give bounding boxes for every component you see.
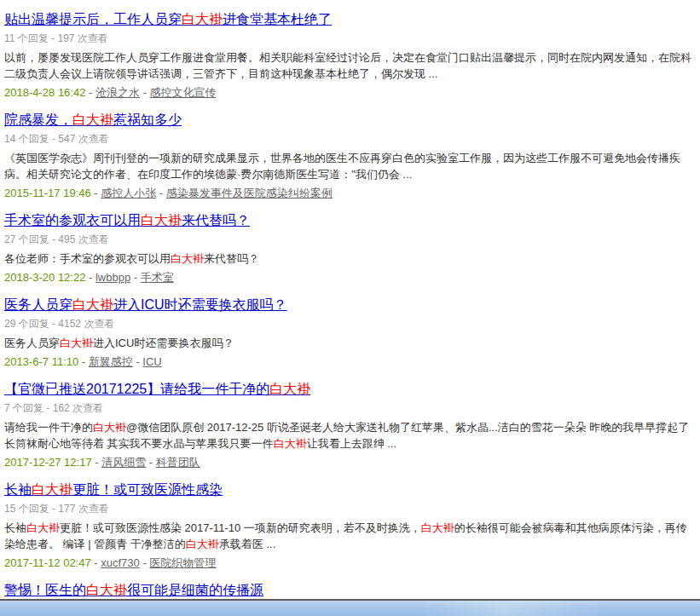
result-title-link[interactable]: 医务人员穿白大褂进入ICU时还需要换衣服吗？ (4, 297, 287, 312)
search-result: 长袖白大褂更脏！或可致医源性感染 15 个回复 - 177 次查看 长袖白大褂更… (4, 481, 693, 570)
snippet-keyword-highlight: 白大褂 (60, 337, 93, 349)
result-author-link[interactable]: 感控人小张 (101, 187, 156, 199)
search-result: 警惕！医生的白大褂很可能是细菌的传播源 (4, 581, 693, 599)
result-stats: 29 个回复 - 4152 次查看 (4, 318, 693, 331)
result-forum-link[interactable]: 手术室 (141, 271, 174, 284)
result-stats: 27 个回复 - 495 次查看 (4, 233, 693, 246)
result-title-link[interactable]: 贴出温馨提示后，工作人员穿白大褂进食堂基本杜绝了 (4, 12, 332, 26)
result-date: 2017-11-12 02:47 (4, 556, 91, 569)
separator: - (91, 556, 101, 569)
snippet-text: 承载着医 ... (219, 538, 275, 550)
title-text: 长袖 (4, 482, 32, 497)
result-stats: 15 个回复 - 177 次查看 (4, 503, 693, 515)
result-author-link[interactable]: 清风细雪 (101, 456, 146, 469)
snippet-text: 《英国医学杂志》周刊刊登的一项新的研究成果显示，世界各地的医生不应再穿白色的实验… (4, 152, 680, 181)
separator: - (91, 187, 101, 199)
result-date: 2018-4-28 16:42 (4, 86, 85, 99)
snippet-text: 进入ICU时还需要换衣服吗？ (93, 337, 234, 349)
title-keyword-highlight: 白大褂 (32, 482, 72, 497)
result-dateline: 2018-3-20 12:22 - lwbbpp - 手术室 (4, 270, 693, 285)
snippet-keyword-highlight: 白大褂 (421, 521, 454, 534)
result-title: 长袖白大褂更脏！或可致医源性感染 (4, 481, 693, 498)
title-text: 进入ICU时还需要换衣服吗？ (113, 297, 287, 312)
snippet-text: 各位老师：手术室的参观衣可以用 (4, 252, 171, 265)
result-forum-link[interactable]: ICU (142, 355, 161, 368)
title-keyword-highlight: 白大褂 (269, 382, 310, 396)
separator: - (78, 355, 89, 368)
result-author-link[interactable]: lwbbpp (95, 271, 130, 284)
title-text: 更脏！或可致医源性感染 (72, 482, 223, 497)
result-forum-link[interactable]: 感染暴发事件及医院感染纠纷案例 (166, 187, 333, 199)
title-text: 进食堂基本杜绝了 (223, 12, 332, 26)
result-dateline: 2018-4-28 16:42 - 沧浪之水 - 感控文化宣传 (4, 85, 693, 100)
search-result: 【官微已推送20171225】请给我一件干净的白大褂 7 个回复 - 162 次… (4, 380, 693, 469)
result-title: 警惕！医生的白大褂很可能是细菌的传播源 (4, 581, 693, 599)
result-snippet: 《英国医学杂志》周刊刊登的一项新的研究成果显示，世界各地的医生不应再穿白色的实验… (4, 150, 697, 182)
result-author-link[interactable]: 新翼感控 (89, 355, 133, 368)
separator: - (130, 271, 141, 284)
title-keyword-highlight: 白大褂 (141, 213, 182, 227)
search-results-page: 贴出温馨提示后，工作人员穿白大褂进食堂基本杜绝了 11 个回复 - 197 次查… (0, 0, 700, 616)
title-text: 医务人员穿 (4, 297, 72, 312)
result-forum-link[interactable]: 感控文化宣传 (150, 86, 217, 99)
result-date: 2013-6-7 11:10 (4, 355, 78, 368)
search-result: 贴出温馨提示后，工作人员穿白大褂进食堂基本杜绝了 11 个回复 - 197 次查… (4, 10, 693, 100)
result-snippet: 请给我一件干净的白大褂@微信团队原创 2017-12-25 听说圣诞老人给大家送… (4, 419, 697, 452)
title-text: 警惕！医生的 (4, 583, 86, 597)
result-title-link[interactable]: 警惕！医生的白大褂很可能是细菌的传播源 (4, 583, 263, 597)
result-title: 院感暴发，白大褂惹祸知多少 (4, 111, 693, 129)
snippet-text: 医务人员穿 (4, 337, 60, 349)
result-forum-link[interactable]: 医院织物管理 (149, 556, 216, 569)
search-result: 医务人员穿白大褂进入ICU时还需要换衣服吗？ 29 个回复 - 4152 次查看… (4, 296, 693, 369)
title-keyword-highlight: 白大褂 (72, 297, 113, 312)
search-result: 院感暴发，白大褂惹祸知多少 14 个回复 - 547 次查看 《英国医学杂志》周… (4, 111, 693, 200)
snippet-keyword-highlight: 白大褂 (93, 421, 126, 434)
separator: - (140, 86, 150, 99)
result-title: 医务人员穿白大褂进入ICU时还需要换衣服吗？ (4, 296, 693, 314)
result-author-link[interactable]: xucf730 (101, 556, 140, 569)
result-forum-link[interactable]: 科普团队 (156, 456, 200, 469)
separator: - (85, 271, 95, 284)
result-date: 2017-12-27 12:17 (4, 456, 92, 469)
separator: - (133, 355, 143, 368)
snippet-text: 以前，屡屡发现医院工作人员穿工作服进食堂用餐。相关职能科室经过讨论后，决定在食堂… (4, 51, 691, 80)
result-title-link[interactable]: 手术室的参观衣可以用白大褂来代替吗？ (4, 213, 250, 227)
result-date: 2015-11-17 19:46 (4, 187, 91, 199)
search-result: 手术室的参观衣可以用白大褂来代替吗？ 27 个回复 - 495 次查看 各位老师… (4, 211, 693, 285)
title-text: 来代替吗？ (182, 213, 250, 227)
search-results-list: 贴出温馨提示后，工作人员穿白大褂进食堂基本杜绝了 11 个回复 - 197 次查… (0, 0, 700, 599)
title-text: 惹祸知多少 (113, 112, 182, 127)
snippet-text: 请给我一件干净的 (4, 421, 93, 434)
result-date: 2018-3-20 12:22 (4, 271, 85, 284)
snippet-keyword-highlight: 白大褂 (26, 521, 60, 534)
separator: - (140, 556, 150, 569)
title-keyword-highlight: 白大褂 (72, 112, 113, 127)
separator: - (146, 456, 156, 469)
title-text: 很可能是细菌的传播源 (127, 583, 263, 597)
result-title-link[interactable]: 院感暴发，白大褂惹祸知多少 (4, 112, 182, 127)
snippet-text: 长袖 (4, 521, 26, 534)
snippet-keyword-highlight: 白大褂 (186, 538, 219, 550)
result-snippet: 医务人员穿白大褂进入ICU时还需要换衣服吗？ (4, 335, 697, 351)
result-stats: 14 个回复 - 547 次查看 (4, 133, 693, 146)
result-snippet: 长袖白大褂更脏！或可致医源性感染 2017-11-10 一项新的研究表明，若不及… (4, 520, 697, 552)
title-text: 贴出温馨提示后，工作人员穿 (4, 12, 182, 26)
title-text: 手术室的参观衣可以用 (4, 213, 141, 227)
title-keyword-highlight: 白大褂 (86, 583, 127, 597)
title-keyword-highlight: 白大褂 (182, 12, 223, 26)
result-title-link[interactable]: 长袖白大褂更脏！或可致医源性感染 (4, 482, 223, 497)
result-snippet: 各位老师：手术室的参观衣可以用白大褂来代替吗？ (4, 250, 697, 267)
title-text: 院感暴发， (4, 112, 72, 127)
result-author-link[interactable]: 沧浪之水 (95, 86, 140, 99)
result-title: 手术室的参观衣可以用白大褂来代替吗？ (4, 211, 693, 229)
separator: - (156, 187, 166, 199)
result-title-link[interactable]: 【官微已推送20171225】请给我一件干净的白大褂 (4, 382, 310, 396)
result-dateline: 2017-11-12 02:47 - xucf730 - 医院织物管理 (4, 556, 693, 570)
bottom-window-bar (0, 599, 700, 616)
result-snippet: 以前，屡屡发现医院工作人员穿工作服进食堂用餐。相关职能科室经过讨论后，决定在食堂… (4, 49, 697, 82)
separator: - (85, 86, 95, 99)
result-stats: 7 个回复 - 162 次查看 (4, 402, 693, 415)
snippet-text: 更脏！或可致医源性感染 2017-11-10 一项新的研究表明，若不及时换洗， (60, 521, 421, 534)
snippet-text: 来代替吗？ (204, 252, 259, 265)
result-stats: 11 个回复 - 197 次查看 (4, 32, 693, 45)
